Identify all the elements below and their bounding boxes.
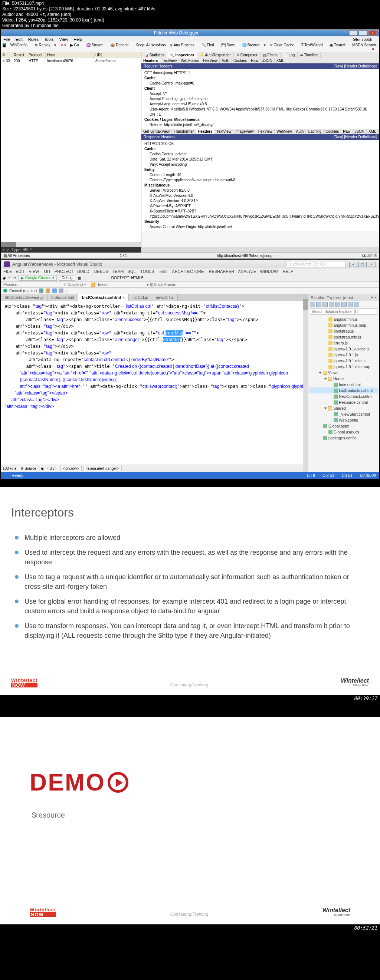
tree-node[interactable]: packages.config bbox=[309, 435, 378, 441]
tree-node[interactable]: Shared bbox=[309, 405, 378, 411]
vs-toolbar[interactable]: ◉↶↷ ▶ Google Chrome ▾ Debug ▦⋮ DOCTYPE: … bbox=[1, 274, 379, 282]
bullet-item: Use to tag a request with a unique ident… bbox=[15, 572, 369, 592]
slide-demo: DEMO $resource Wintellect NOW Consulting… bbox=[0, 717, 380, 924]
vs-titlebar[interactable]: AngularWebservices - Microsoft Visual St… bbox=[1, 260, 379, 269]
minimize-button[interactable]: – bbox=[349, 262, 358, 267]
vs-statusbar: Ready Ln 6 Col 51 Ch 51 00:35:09 bbox=[1, 472, 379, 479]
editor-pane: httpContactService.js Index.cshtml ListC… bbox=[1, 294, 303, 472]
play-icon bbox=[108, 772, 128, 793]
tree-node[interactable]: jquery-1.9.1-vsdoc.js bbox=[309, 346, 378, 352]
session-row[interactable]: ≡ 33 200 HTTP localhost:49676 /home/json… bbox=[1, 58, 141, 64]
horizontal-scrollbar[interactable] bbox=[141, 247, 379, 253]
vs-menubar[interactable]: FILEEDITVIEW GITPROJECTBUILD DEBUGTEAMSQ… bbox=[1, 269, 379, 274]
solution-search-input[interactable]: Search Solution Explorer (C bbox=[310, 309, 377, 315]
session-grid-header: # Result Protocol Host URL bbox=[1, 52, 141, 58]
main-tabs[interactable]: 📊 Statistics 🔍 Inspectors ⚡ AutoResponde… bbox=[141, 52, 379, 58]
response-header-bar: Response Headers[Raw] [Header Definition… bbox=[141, 134, 379, 140]
tree-node[interactable]: Web.config bbox=[309, 417, 378, 423]
run-button[interactable]: ▶ Google Chrome ▾ bbox=[19, 275, 57, 281]
timestamp-overlay: 00:35:09 bbox=[360, 473, 376, 477]
git-status-icon bbox=[3, 289, 7, 293]
tree-node[interactable]: bootstrap.js bbox=[309, 328, 378, 334]
demo-subtitle: $resource bbox=[32, 811, 350, 819]
response-headers-view[interactable]: HTTP/1.1 200 OK Cache Cache-Control: pri… bbox=[141, 140, 379, 231]
inspector-pane: 📊 Statistics 🔍 Inspectors ⚡ AutoResponde… bbox=[141, 52, 379, 253]
tree-node[interactable]: jquery-1.9.1.min.js bbox=[309, 358, 378, 364]
horizontal-scrollbar[interactable] bbox=[1, 242, 141, 247]
solution-explorer[interactable]: Solution Explorer (mast... ▾ × Search So… bbox=[308, 294, 379, 472]
tree-node[interactable]: Home bbox=[309, 375, 378, 382]
close-tab-icon[interactable]: × bbox=[123, 295, 125, 300]
tree-node[interactable]: Global.asax.cs bbox=[309, 429, 378, 435]
wintellect-now-logo: Wintellect NOW bbox=[11, 678, 37, 687]
tree-node[interactable]: jquery-1.9.1.min.map bbox=[309, 364, 378, 370]
editor-footer[interactable]: 100 % ▾ ⊞ Source ◀ <div> <div.row> <span… bbox=[1, 465, 303, 472]
fiddler-statusbar: ▤ All Processes 1 / 1 http://localhost:4… bbox=[1, 253, 379, 258]
bullet-item: Use to transform responses. You can inte… bbox=[15, 621, 369, 640]
slide-bullets: Multiple interceptors are allowedUsed to… bbox=[11, 533, 369, 646]
quicklaunch-input[interactable]: Quick Launch (Ctrl+Q) bbox=[286, 261, 345, 267]
git-commit-bar[interactable]: Commit (master) ↓ bbox=[1, 288, 379, 294]
code-editor[interactable]: attr">class="tag"><div attr">data-ng-con… bbox=[1, 301, 303, 465]
demo-logo: DEMO bbox=[30, 768, 350, 796]
debug-bar: Process: ⏸ Suspend ▾ 🔀 Thread: ▾ ▥ Stack… bbox=[1, 282, 379, 288]
session-list-pane[interactable]: # Result Protocol Host URL ≡ 33 200 HTTP… bbox=[1, 52, 141, 253]
maximize-button[interactable]: □ bbox=[358, 262, 367, 267]
tree-node[interactable]: errors.js bbox=[309, 340, 378, 346]
bullet-item: Used to intercept the request and any er… bbox=[15, 548, 369, 567]
response-inspector-tabs[interactable]: Get SyntaxView Transformer Headers TextV… bbox=[141, 129, 379, 134]
slide-title: Interceptors bbox=[11, 506, 369, 519]
solution-tree[interactable]: angular.min.jsangular.min.js.mapbootstra… bbox=[308, 315, 379, 472]
tree-node[interactable]: angular.min.js.map bbox=[309, 322, 378, 328]
timestamp-overlay: 00:32:45 bbox=[362, 254, 377, 258]
document-tabs[interactable]: httpContactService.js Index.cshtml ListC… bbox=[1, 294, 303, 301]
maximize-button[interactable]: □ bbox=[359, 30, 367, 36]
wintellect-logo: Wintellect Know how. bbox=[323, 908, 350, 917]
timestamp-overlay: 00:52:21 bbox=[0, 924, 380, 931]
wintellect-logo: Wintellect Know how. bbox=[341, 679, 369, 687]
solution-toolbar[interactable] bbox=[308, 301, 379, 308]
tree-node[interactable]: jquery-1.9.1.js bbox=[309, 352, 378, 358]
fiddler-menubar[interactable]: File Edit Rules Tools View Help GET /boo… bbox=[1, 37, 379, 42]
request-header-bar: Request Headers[Raw] [Header Definitions… bbox=[141, 64, 379, 69]
tree-node[interactable]: Index.cshtml bbox=[309, 382, 378, 388]
vertical-scrollbar[interactable] bbox=[303, 294, 308, 472]
tree-node[interactable]: Views bbox=[309, 370, 378, 375]
visual-studio-window: AngularWebservices - Microsoft Visual St… bbox=[1, 259, 379, 479]
request-headers-view[interactable]: GET /home/jsonp HTTP/1.1 Cache Cache-Con… bbox=[141, 69, 379, 129]
timestamp-overlay: 00:39:27 bbox=[0, 695, 380, 702]
fiddler-window: Fiddler Web Debugger – □ × File Edit Rul… bbox=[1, 29, 379, 259]
wintellect-now-logo: Wintellect NOW bbox=[30, 907, 56, 917]
bullet-item: Multiple interceptors are allowed bbox=[15, 533, 369, 542]
fiddler-toolbar[interactable]: ▣ WinConfig ♻ Replay ▾ ✕ ▾ ▶ Go ♒ Stream… bbox=[1, 42, 379, 52]
video-metadata: File: 504531187.mp4 Size: 223349601 byte… bbox=[0, 0, 380, 29]
vs-logo-icon bbox=[4, 261, 10, 267]
close-button[interactable]: × bbox=[369, 30, 377, 36]
tree-node[interactable]: angular.min.js bbox=[309, 316, 378, 322]
tree-node[interactable]: _ViewStart.cshtml bbox=[309, 411, 378, 417]
tree-node[interactable]: NewContact.cshtml bbox=[309, 393, 378, 399]
tree-node[interactable]: Resource.cshtml bbox=[309, 399, 378, 405]
quickexec-box[interactable]: > > Type HELP bbox=[1, 247, 141, 253]
tree-node[interactable]: bootstrap.min.js bbox=[309, 334, 378, 340]
request-inspector-tabs[interactable]: Headers TextView WebForms HexView Auth C… bbox=[141, 58, 379, 64]
bullet-item: Use for global error handling of respons… bbox=[15, 597, 369, 616]
slide-interceptors: Interceptors Multiple interceptors are a… bbox=[0, 487, 380, 695]
fiddler-titlebar[interactable]: Fiddler Web Debugger – □ × bbox=[1, 30, 379, 37]
close-button[interactable]: × bbox=[368, 262, 376, 267]
tree-node[interactable]: Global.asax bbox=[309, 423, 378, 429]
minimize-button[interactable]: – bbox=[349, 30, 358, 36]
tree-node[interactable]: ListContacts.cshtml bbox=[309, 388, 378, 393]
